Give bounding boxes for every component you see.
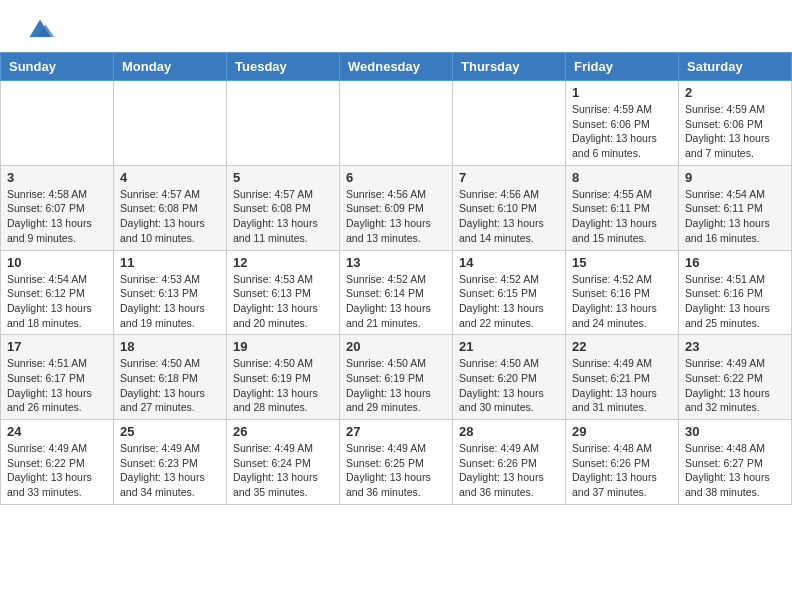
calendar-cell: 19Sunrise: 4:50 AM Sunset: 6:19 PM Dayli… (227, 335, 340, 420)
day-info: Sunrise: 4:50 AM Sunset: 6:18 PM Dayligh… (120, 356, 220, 415)
calendar-cell: 24Sunrise: 4:49 AM Sunset: 6:22 PM Dayli… (1, 420, 114, 505)
day-number: 7 (459, 170, 559, 185)
calendar-cell (453, 81, 566, 166)
day-info: Sunrise: 4:49 AM Sunset: 6:26 PM Dayligh… (459, 441, 559, 500)
day-info: Sunrise: 4:52 AM Sunset: 6:15 PM Dayligh… (459, 272, 559, 331)
calendar-cell: 9Sunrise: 4:54 AM Sunset: 6:11 PM Daylig… (679, 165, 792, 250)
calendar-cell: 7Sunrise: 4:56 AM Sunset: 6:10 PM Daylig… (453, 165, 566, 250)
calendar-cell (340, 81, 453, 166)
day-number: 26 (233, 424, 333, 439)
day-number: 24 (7, 424, 107, 439)
calendar-header-friday: Friday (566, 53, 679, 81)
day-info: Sunrise: 4:56 AM Sunset: 6:10 PM Dayligh… (459, 187, 559, 246)
calendar-week-4: 17Sunrise: 4:51 AM Sunset: 6:17 PM Dayli… (1, 335, 792, 420)
day-info: Sunrise: 4:51 AM Sunset: 6:17 PM Dayligh… (7, 356, 107, 415)
day-info: Sunrise: 4:49 AM Sunset: 6:23 PM Dayligh… (120, 441, 220, 500)
calendar-week-5: 24Sunrise: 4:49 AM Sunset: 6:22 PM Dayli… (1, 420, 792, 505)
day-info: Sunrise: 4:56 AM Sunset: 6:09 PM Dayligh… (346, 187, 446, 246)
day-info: Sunrise: 4:48 AM Sunset: 6:26 PM Dayligh… (572, 441, 672, 500)
calendar-cell: 10Sunrise: 4:54 AM Sunset: 6:12 PM Dayli… (1, 250, 114, 335)
day-info: Sunrise: 4:49 AM Sunset: 6:24 PM Dayligh… (233, 441, 333, 500)
calendar-cell: 12Sunrise: 4:53 AM Sunset: 6:13 PM Dayli… (227, 250, 340, 335)
calendar-cell: 21Sunrise: 4:50 AM Sunset: 6:20 PM Dayli… (453, 335, 566, 420)
day-number: 27 (346, 424, 446, 439)
day-number: 1 (572, 85, 672, 100)
calendar-cell: 4Sunrise: 4:57 AM Sunset: 6:08 PM Daylig… (114, 165, 227, 250)
calendar-cell: 16Sunrise: 4:51 AM Sunset: 6:16 PM Dayli… (679, 250, 792, 335)
day-info: Sunrise: 4:55 AM Sunset: 6:11 PM Dayligh… (572, 187, 672, 246)
calendar-header-row: SundayMondayTuesdayWednesdayThursdayFrid… (1, 53, 792, 81)
calendar-cell (1, 81, 114, 166)
day-info: Sunrise: 4:57 AM Sunset: 6:08 PM Dayligh… (120, 187, 220, 246)
day-info: Sunrise: 4:49 AM Sunset: 6:22 PM Dayligh… (7, 441, 107, 500)
day-number: 3 (7, 170, 107, 185)
calendar-cell: 13Sunrise: 4:52 AM Sunset: 6:14 PM Dayli… (340, 250, 453, 335)
day-number: 29 (572, 424, 672, 439)
calendar-cell: 8Sunrise: 4:55 AM Sunset: 6:11 PM Daylig… (566, 165, 679, 250)
calendar-cell: 18Sunrise: 4:50 AM Sunset: 6:18 PM Dayli… (114, 335, 227, 420)
calendar-cell: 25Sunrise: 4:49 AM Sunset: 6:23 PM Dayli… (114, 420, 227, 505)
day-number: 4 (120, 170, 220, 185)
header (0, 0, 792, 52)
calendar-cell: 27Sunrise: 4:49 AM Sunset: 6:25 PM Dayli… (340, 420, 453, 505)
calendar-cell: 20Sunrise: 4:50 AM Sunset: 6:19 PM Dayli… (340, 335, 453, 420)
day-number: 30 (685, 424, 785, 439)
logo-icon (26, 16, 54, 44)
calendar-cell: 5Sunrise: 4:57 AM Sunset: 6:08 PM Daylig… (227, 165, 340, 250)
calendar-cell: 2Sunrise: 4:59 AM Sunset: 6:06 PM Daylig… (679, 81, 792, 166)
calendar-header-thursday: Thursday (453, 53, 566, 81)
day-info: Sunrise: 4:54 AM Sunset: 6:12 PM Dayligh… (7, 272, 107, 331)
day-number: 23 (685, 339, 785, 354)
day-number: 28 (459, 424, 559, 439)
calendar-week-1: 1Sunrise: 4:59 AM Sunset: 6:06 PM Daylig… (1, 81, 792, 166)
logo (24, 16, 56, 44)
day-info: Sunrise: 4:54 AM Sunset: 6:11 PM Dayligh… (685, 187, 785, 246)
day-info: Sunrise: 4:50 AM Sunset: 6:19 PM Dayligh… (346, 356, 446, 415)
day-info: Sunrise: 4:59 AM Sunset: 6:06 PM Dayligh… (572, 102, 672, 161)
calendar-cell: 28Sunrise: 4:49 AM Sunset: 6:26 PM Dayli… (453, 420, 566, 505)
calendar-week-2: 3Sunrise: 4:58 AM Sunset: 6:07 PM Daylig… (1, 165, 792, 250)
day-info: Sunrise: 4:53 AM Sunset: 6:13 PM Dayligh… (233, 272, 333, 331)
day-number: 5 (233, 170, 333, 185)
calendar-cell: 1Sunrise: 4:59 AM Sunset: 6:06 PM Daylig… (566, 81, 679, 166)
calendar-cell: 6Sunrise: 4:56 AM Sunset: 6:09 PM Daylig… (340, 165, 453, 250)
day-info: Sunrise: 4:53 AM Sunset: 6:13 PM Dayligh… (120, 272, 220, 331)
day-number: 16 (685, 255, 785, 270)
calendar-cell: 26Sunrise: 4:49 AM Sunset: 6:24 PM Dayli… (227, 420, 340, 505)
day-number: 17 (7, 339, 107, 354)
day-info: Sunrise: 4:49 AM Sunset: 6:21 PM Dayligh… (572, 356, 672, 415)
calendar-table: SundayMondayTuesdayWednesdayThursdayFrid… (0, 52, 792, 505)
calendar-cell: 30Sunrise: 4:48 AM Sunset: 6:27 PM Dayli… (679, 420, 792, 505)
calendar-header-sunday: Sunday (1, 53, 114, 81)
day-info: Sunrise: 4:52 AM Sunset: 6:14 PM Dayligh… (346, 272, 446, 331)
day-number: 20 (346, 339, 446, 354)
day-number: 2 (685, 85, 785, 100)
day-info: Sunrise: 4:48 AM Sunset: 6:27 PM Dayligh… (685, 441, 785, 500)
day-info: Sunrise: 4:50 AM Sunset: 6:20 PM Dayligh… (459, 356, 559, 415)
day-number: 15 (572, 255, 672, 270)
day-number: 6 (346, 170, 446, 185)
calendar-header-monday: Monday (114, 53, 227, 81)
day-info: Sunrise: 4:49 AM Sunset: 6:22 PM Dayligh… (685, 356, 785, 415)
day-number: 19 (233, 339, 333, 354)
day-info: Sunrise: 4:51 AM Sunset: 6:16 PM Dayligh… (685, 272, 785, 331)
day-info: Sunrise: 4:57 AM Sunset: 6:08 PM Dayligh… (233, 187, 333, 246)
day-number: 25 (120, 424, 220, 439)
day-number: 11 (120, 255, 220, 270)
calendar-week-3: 10Sunrise: 4:54 AM Sunset: 6:12 PM Dayli… (1, 250, 792, 335)
calendar-header-saturday: Saturday (679, 53, 792, 81)
calendar-header-wednesday: Wednesday (340, 53, 453, 81)
calendar-cell: 17Sunrise: 4:51 AM Sunset: 6:17 PM Dayli… (1, 335, 114, 420)
calendar-cell: 11Sunrise: 4:53 AM Sunset: 6:13 PM Dayli… (114, 250, 227, 335)
day-number: 18 (120, 339, 220, 354)
day-number: 22 (572, 339, 672, 354)
day-number: 21 (459, 339, 559, 354)
calendar-cell (227, 81, 340, 166)
calendar-cell: 29Sunrise: 4:48 AM Sunset: 6:26 PM Dayli… (566, 420, 679, 505)
day-number: 12 (233, 255, 333, 270)
day-number: 14 (459, 255, 559, 270)
day-number: 13 (346, 255, 446, 270)
day-number: 8 (572, 170, 672, 185)
day-info: Sunrise: 4:49 AM Sunset: 6:25 PM Dayligh… (346, 441, 446, 500)
calendar-cell: 14Sunrise: 4:52 AM Sunset: 6:15 PM Dayli… (453, 250, 566, 335)
